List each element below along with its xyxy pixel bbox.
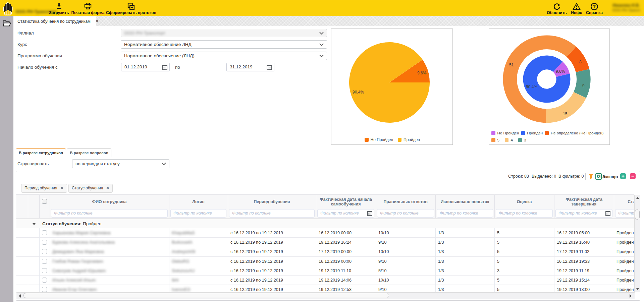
svg-text:15: 15	[563, 112, 568, 116]
svg-text:51: 51	[509, 63, 514, 67]
svg-text:90.4%: 90.4%	[353, 90, 364, 95]
svg-text:9.6%: 9.6%	[417, 71, 427, 75]
svg-text:9.6%: 9.6%	[556, 69, 565, 74]
svg-text:9: 9	[582, 83, 585, 88]
svg-text:90.4%: 90.4%	[526, 84, 537, 89]
svg-text:8: 8	[579, 60, 582, 64]
svg-text:?: ?	[593, 4, 596, 9]
